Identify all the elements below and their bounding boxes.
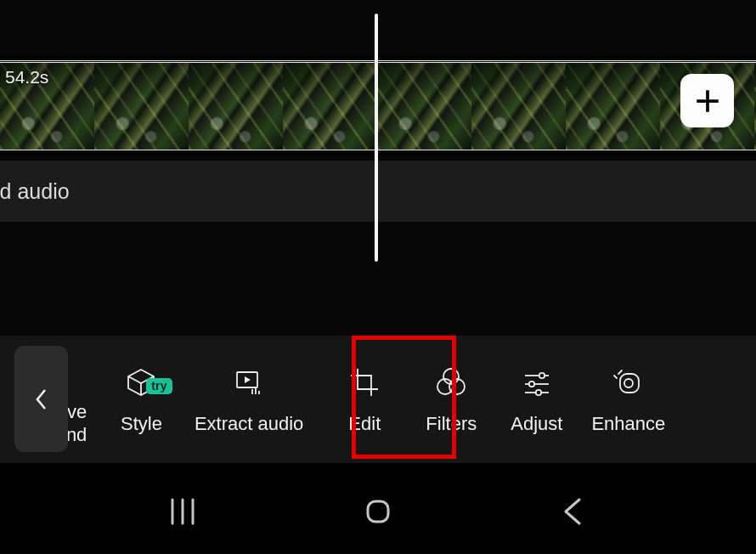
svg-point-17 [536, 390, 541, 395]
svg-point-15 [529, 382, 534, 387]
filters-icon [432, 364, 470, 401]
android-navigation-bar [0, 469, 756, 554]
tool-label: Extract audio [195, 413, 303, 435]
nav-recents-button[interactable] [153, 490, 212, 533]
tool-edit[interactable]: Edit [320, 364, 409, 435]
clip-thumbnail [566, 63, 660, 150]
nav-back-button[interactable] [544, 490, 603, 533]
clip-thumbnail [94, 63, 189, 150]
timeline-rule-top [0, 60, 756, 61]
clip-thumbnail [189, 63, 283, 150]
tool-extract-audio[interactable]: Extract audio [178, 364, 320, 435]
sliders-icon [518, 364, 556, 401]
tool-label: Adjust [511, 413, 562, 435]
clip-duration-label: 54.2s [5, 67, 48, 88]
tool-filters[interactable]: Filters [409, 364, 494, 435]
toolbar-scroll[interactable]: veund try Style [0, 336, 756, 463]
tool-label: Style [121, 413, 162, 435]
svg-rect-23 [368, 501, 388, 522]
svg-rect-18 [620, 374, 639, 393]
plus-icon [693, 87, 722, 116]
try-badge: try [146, 378, 172, 394]
back-icon [561, 496, 586, 527]
audio-track-label: Add audio [0, 179, 70, 204]
recents-icon [166, 496, 200, 527]
tool-enhance[interactable]: Enhance [579, 364, 665, 435]
tool-label: Filters [426, 413, 477, 435]
add-clip-button[interactable] [680, 74, 734, 127]
clip-thumbnail [377, 63, 471, 150]
crop-icon [346, 364, 383, 401]
home-icon [361, 495, 395, 529]
svg-point-13 [539, 373, 544, 378]
video-clip-strip[interactable] [0, 62, 756, 150]
tool-label: Enhance [591, 413, 665, 435]
nav-home-button[interactable] [348, 490, 408, 533]
timeline-area: 54.2s Add audio [0, 0, 756, 336]
tool-adjust[interactable]: Adjust [494, 364, 579, 435]
extract-audio-icon [230, 364, 268, 401]
svg-marker-5 [245, 376, 251, 383]
edit-toolbar: veund try Style [0, 336, 756, 463]
audio-track-strip[interactable]: Add audio [0, 161, 756, 222]
enhance-icon [610, 364, 647, 401]
toolbar-back-button[interactable] [14, 346, 68, 452]
tool-label: Edit [348, 413, 381, 435]
tool-style[interactable]: try Style [102, 364, 178, 435]
svg-point-19 [624, 379, 633, 387]
chevron-left-icon [32, 387, 51, 412]
clip-thumbnail [471, 63, 566, 150]
clip-thumbnail [283, 63, 377, 150]
